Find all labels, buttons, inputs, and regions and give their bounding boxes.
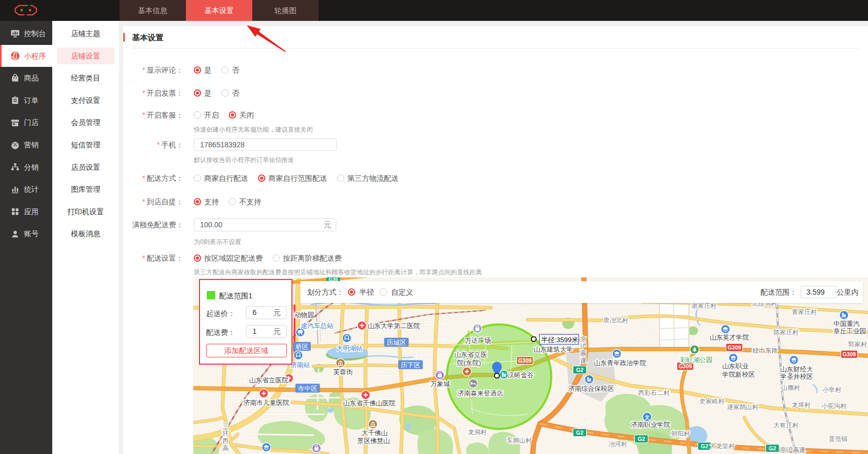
svg-text:大明湖站: 大明湖站 [336, 345, 363, 352]
svg-text:朝阳村: 朝阳村 [671, 430, 690, 437]
svg-text:G309: G309 [728, 344, 741, 351]
svg-text:龙埠村: 龙埠村 [792, 401, 811, 409]
svg-text:济南市儿童医院: 济南市儿童医院 [243, 399, 289, 406]
svg-text:陈家庄村: 陈家庄村 [773, 329, 799, 336]
svg-text:车脚山村: 车脚山村 [507, 437, 532, 444]
svg-text:历城区: 历城区 [386, 339, 406, 346]
svg-text:山东大学第二医院: 山东大学第二医院 [368, 322, 420, 330]
svg-text:三: 三 [222, 423, 229, 430]
svg-text:半径:3599米: 半径:3599米 [541, 336, 579, 344]
svg-text:济南职业学院: 济南职业学院 [631, 421, 671, 428]
svg-text:G309: G309 [678, 363, 692, 369]
svg-text:中国重汽: 中国重汽 [834, 320, 860, 328]
svg-text:京: 京 [580, 335, 587, 343]
svg-text:沪: 沪 [580, 343, 587, 350]
svg-text:黄家庄村: 黄家庄村 [792, 308, 817, 316]
svg-text:院(东院): 院(东院) [457, 359, 481, 367]
svg-text:大龙堂村: 大龙堂村 [710, 443, 735, 450]
svg-text:济南综合保税区: 济南综合保税区 [568, 385, 614, 392]
svg-text:史家峪村: 史家峪村 [699, 398, 724, 405]
svg-text:G2: G2 [576, 367, 583, 373]
svg-text:经十东路: 经十东路 [753, 347, 778, 354]
svg-text:唐冶北村: 唐冶北村 [603, 317, 628, 324]
svg-text:山东财经大: 山东财经大 [780, 366, 813, 373]
svg-text:山东建筑大学: 山东建筑大学 [534, 346, 573, 353]
svg-text:山东省千佛山医院: 山东省千佛山医院 [343, 400, 396, 407]
svg-text:大千佛山: 大千佛山 [361, 429, 388, 437]
svg-text:山东省立医: 山东省立医 [454, 351, 487, 358]
svg-text:学院新校区: 学院新校区 [722, 371, 755, 378]
svg-text:G2: G2 [769, 445, 776, 451]
svg-text:G309: G309 [842, 351, 856, 357]
svg-text:小辛村: 小辛村 [823, 386, 841, 393]
svg-text:大有庄村: 大有庄村 [773, 422, 799, 429]
svg-text:环: 环 [222, 430, 229, 437]
svg-text:西彩石二村: 西彩石二村 [638, 389, 670, 397]
svg-text:学圣井校区: 学圣井校区 [780, 373, 813, 380]
svg-text:汉峪金谷: 汉峪金谷 [508, 371, 534, 379]
svg-text:西: 西 [222, 437, 229, 445]
svg-text:冶河村: 冶河村 [608, 440, 627, 448]
svg-text:郭家村: 郭家村 [848, 341, 867, 348]
svg-text:济南站: 济南站 [290, 362, 310, 369]
svg-text:小驼沟村: 小驼沟村 [822, 402, 847, 410]
svg-text:山东省立医院: 山东省立医院 [249, 377, 289, 384]
svg-text:万达广场: 万达广场 [465, 337, 491, 344]
svg-text:高: 高 [222, 445, 229, 452]
svg-text:途汽车总站: 途汽车总站 [301, 322, 334, 330]
svg-text:速: 速 [580, 357, 587, 364]
svg-text:京沪高速: 京沪高速 [780, 446, 805, 453]
svg-text:市中区: 市中区 [298, 385, 318, 392]
svg-text:万象城: 万象城 [430, 380, 450, 388]
svg-text:G309: G309 [518, 357, 532, 364]
svg-text:谢家庄村: 谢家庄村 [691, 302, 717, 309]
svg-text:山东职业: 山东职业 [722, 363, 749, 370]
svg-text:动物园: 动物园 [295, 311, 314, 319]
svg-text:逯家鹊山村: 逯家鹊山村 [727, 403, 758, 411]
svg-text:芙蓉街: 芙蓉街 [333, 368, 353, 376]
svg-text:济南喜来登酒店: 济南喜来登酒店 [458, 390, 503, 397]
svg-text:历下区: 历下区 [401, 362, 420, 369]
svg-text:山圈村: 山圈村 [781, 384, 800, 391]
svg-text:G2: G2 [576, 429, 583, 436]
svg-text:桥区: 桥区 [296, 343, 309, 351]
svg-text:山东青年政治学院: 山东青年政治学院 [594, 359, 647, 367]
svg-text:章丘工业园: 章丘工业园 [834, 328, 866, 335]
svg-text:G2: G2 [638, 436, 645, 442]
svg-text:山东英才学院: 山东英才学院 [710, 334, 749, 341]
svg-text:G2: G2 [701, 443, 708, 449]
svg-text:普范镇: 普范镇 [829, 435, 848, 443]
svg-text:文: 文 [644, 414, 650, 420]
svg-text:景区佛慧山: 景区佛慧山 [357, 437, 390, 445]
svg-text:彩虹湖公园: 彩虹湖公园 [680, 356, 713, 364]
svg-text:高: 高 [580, 350, 587, 357]
svg-text:龙洞村: 龙洞村 [468, 428, 487, 436]
